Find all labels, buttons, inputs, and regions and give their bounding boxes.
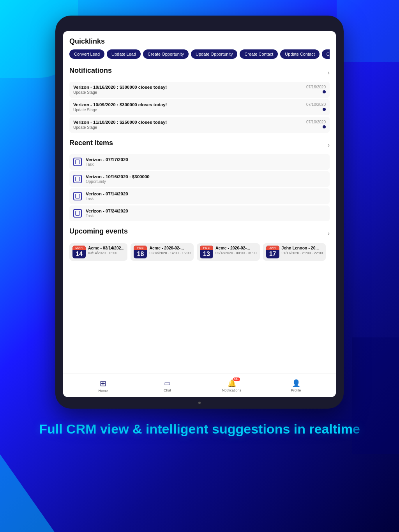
- event-time: 02/18/2020 · 14:00 - 15:00: [149, 251, 191, 255]
- notification-dot-icon: [323, 125, 326, 128]
- tagline: Full CRM view & intelligent suggestions …: [8, 420, 391, 437]
- bg-shape-br: [352, 337, 399, 454]
- quicklinks-row: Convert LeadUpdate LeadCreate Opportunit…: [69, 49, 330, 59]
- tablet-screen: Quicklinks Convert LeadUpdate LeadCreate…: [63, 31, 336, 397]
- event-date-badge: FEB 13: [200, 246, 213, 258]
- recent-header: Recent Items ›: [69, 139, 330, 151]
- bg-shape-tr: [337, 0, 399, 62]
- notification-count-badge: 99+: [233, 377, 240, 381]
- event-month: FEB: [200, 246, 213, 250]
- notification-title: Verizon - 10/16/2020 : $300000 closes to…: [73, 85, 167, 90]
- notification-subtitle: Update Stage: [73, 125, 167, 130]
- notification-dot-icon: [323, 108, 326, 111]
- notifications-chevron-icon[interactable]: ›: [328, 69, 330, 76]
- quicklink-button[interactable]: Update Lead: [107, 49, 141, 59]
- event-day: 13: [200, 250, 213, 258]
- event-card[interactable]: MAR 14 Acme - 03/14/202... 03/14/2020 · …: [69, 243, 127, 261]
- event-info: Acme - 2020-02-... 02/18/2020 · 14:00 - …: [149, 246, 191, 255]
- quicklink-button[interactable]: Update Contact: [280, 49, 319, 59]
- recent-item-icon: [73, 158, 82, 166]
- notification-dot-icon: [323, 90, 326, 93]
- event-title: Acme - 2020-02-...: [215, 246, 257, 250]
- event-date-badge: MAR 14: [72, 246, 86, 258]
- nav-notifications-label: Notifications: [222, 388, 241, 392]
- notification-date: 07/16/2020: [306, 85, 326, 89]
- quicklinks-title: Quicklinks: [69, 37, 330, 46]
- event-month: FEB: [134, 246, 147, 250]
- event-day: 18: [134, 250, 147, 258]
- recent-item-icon: [73, 175, 82, 183]
- event-card[interactable]: JAN 17 John Lennon - 20... 01/17/2020 · …: [263, 243, 326, 261]
- event-date-badge: FEB 18: [134, 246, 147, 258]
- scroll-area[interactable]: Quicklinks Convert LeadUpdate LeadCreate…: [63, 31, 336, 374]
- recent-item[interactable]: Verizon - 07/17/2020 Task: [69, 154, 330, 170]
- recent-items-chevron-icon[interactable]: ›: [328, 142, 330, 149]
- event-card[interactable]: FEB 13 Acme - 2020-02-... 02/13/2020 · 0…: [197, 243, 260, 261]
- notification-subtitle: Update Stage: [73, 108, 167, 112]
- home-icon: ⊞: [100, 379, 106, 388]
- event-title: John Lennon - 20...: [282, 246, 323, 250]
- event-title: Acme - 2020-02-...: [149, 246, 191, 250]
- recent-item-title: Verizon - 07/24/2020: [86, 209, 128, 213]
- nav-chat[interactable]: ▭ Chat: [156, 379, 179, 392]
- recent-items-list: Verizon - 07/17/2020 Task Verizon - 10/1…: [69, 154, 330, 221]
- quicklink-button[interactable]: Convert Lead: [69, 49, 104, 59]
- event-day: 17: [266, 250, 279, 258]
- recent-item-content: Verizon - 10/16/2020 : $300000 Opportuni…: [86, 174, 150, 184]
- recent-item-subtitle: Task: [86, 214, 128, 218]
- nav-notifications[interactable]: 🔔 99+ Notifications: [220, 379, 244, 392]
- quicklink-button[interactable]: Create Opportunity: [143, 49, 189, 59]
- nav-home[interactable]: ⊞ Home: [92, 379, 115, 393]
- quicklink-button[interactable]: Create Task: [322, 49, 330, 59]
- nav-profile[interactable]: 👤 Profile: [284, 379, 308, 392]
- home-indicator: [198, 402, 201, 404]
- notification-meta: 07/10/2020: [306, 102, 326, 111]
- notification-content: Verizon - 10/16/2020 : $300000 closes to…: [73, 85, 167, 95]
- quicklink-button[interactable]: Create Contact: [240, 49, 278, 59]
- event-time: 01/17/2020 · 21:00 - 22:00: [282, 251, 323, 255]
- event-month: MAR: [72, 246, 86, 250]
- recent-item[interactable]: Verizon - 10/16/2020 : $300000 Opportuni…: [69, 171, 330, 187]
- quicklinks-section: Quicklinks Convert LeadUpdate LeadCreate…: [69, 37, 330, 59]
- recent-item-title: Verizon - 07/14/2020: [86, 191, 128, 196]
- recent-item-icon-inner: [75, 194, 80, 198]
- recent-item[interactable]: Verizon - 07/24/2020 Task: [69, 205, 330, 221]
- upcoming-events-chevron-icon[interactable]: ›: [328, 230, 330, 237]
- nav-chat-label: Chat: [164, 388, 171, 392]
- upcoming-events-section: Upcoming events › MAR 14 Acme - 03/14/20…: [69, 227, 330, 261]
- notification-date: 07/10/2020: [306, 120, 326, 124]
- notification-content: Verizon - 11/10/2020 : $250000 closes to…: [73, 120, 167, 130]
- notification-title: Verizon - 10/09/2020 : $300000 closes to…: [73, 102, 167, 107]
- notification-item[interactable]: Verizon - 10/09/2020 : $300000 closes to…: [69, 99, 330, 115]
- event-title: Acme - 03/14/202...: [88, 246, 124, 250]
- bottom-nav: ⊞ Home ▭ Chat 🔔 99+ Notifications 👤 Pr: [63, 374, 336, 397]
- notifications-title: Notifications: [69, 67, 112, 75]
- notifications-list: Verizon - 10/16/2020 : $300000 closes to…: [69, 82, 330, 133]
- recent-items-title: Recent Items: [69, 139, 113, 147]
- event-time: 03/14/2020 · 15:00: [88, 251, 124, 255]
- nav-home-label: Home: [98, 389, 108, 393]
- notification-badge-container: 🔔 99+: [228, 379, 236, 388]
- recent-items-section: Recent Items › Verizon - 07/17/2020 Task…: [69, 139, 330, 221]
- event-card[interactable]: FEB 18 Acme - 2020-02-... 02/18/2020 · 1…: [131, 243, 194, 261]
- event-info: Acme - 2020-02-... 02/13/2020 · 00:00 - …: [215, 246, 257, 255]
- recent-item-icon-inner: [75, 177, 80, 181]
- tablet-device: Quicklinks Convert LeadUpdate LeadCreate…: [55, 16, 344, 409]
- recent-item[interactable]: Verizon - 07/14/2020 Task: [69, 188, 330, 204]
- notification-date: 07/10/2020: [306, 102, 326, 107]
- event-day: 14: [72, 250, 86, 258]
- event-info: John Lennon - 20... 01/17/2020 · 21:00 -…: [282, 246, 323, 255]
- recent-item-title: Verizon - 07/17/2020: [86, 157, 128, 162]
- recent-item-content: Verizon - 07/17/2020 Task: [86, 157, 128, 167]
- recent-item-subtitle: Opportunity: [86, 179, 150, 184]
- notification-meta: 07/10/2020: [306, 120, 326, 128]
- event-month: JAN: [266, 246, 279, 250]
- recent-item-icon-inner: [75, 160, 80, 164]
- quicklink-button[interactable]: Update Opportunity: [191, 49, 237, 59]
- notification-item[interactable]: Verizon - 11/10/2020 : $250000 closes to…: [69, 117, 330, 133]
- notifications-header: Notifications ›: [69, 67, 330, 79]
- upcoming-header: Upcoming events ›: [69, 227, 330, 239]
- notification-item[interactable]: Verizon - 10/16/2020 : $300000 closes to…: [69, 82, 330, 98]
- recent-item-icon-inner: [75, 211, 80, 216]
- nav-profile-label: Profile: [291, 388, 301, 392]
